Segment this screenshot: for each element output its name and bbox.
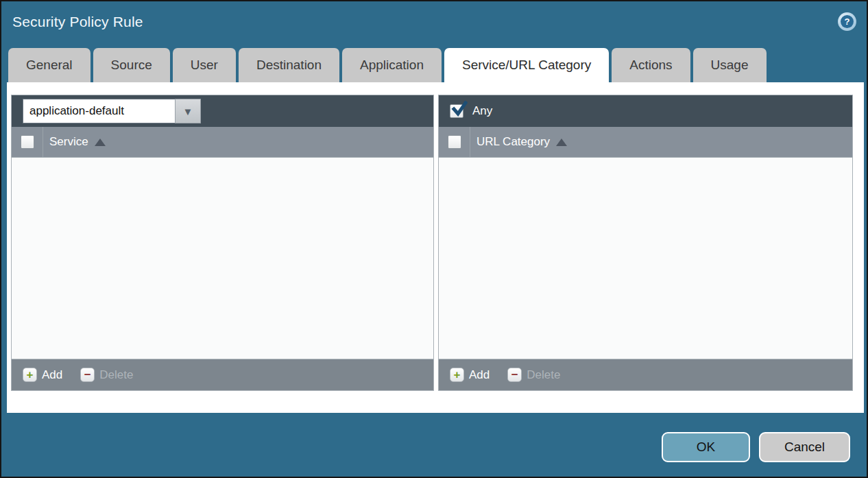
cancel-button[interactable]: Cancel [759,432,850,462]
minus-icon: − [80,368,95,382]
service-add-button[interactable]: + Add [23,368,62,382]
service-select-all-cell [12,127,43,157]
tab-bar: General Source User Destination Applicat… [8,48,767,82]
url-category-list-body[interactable] [439,158,852,359]
tab-content-area: ▼ Service + Add − Delete [7,82,864,413]
service-column-header[interactable]: Service [49,135,88,149]
tab-actions[interactable]: Actions [612,48,690,82]
any-checkbox[interactable] [450,104,463,118]
service-table-header: Service [12,127,433,158]
service-footer: + Add − Delete [12,359,433,390]
url-category-footer: + Add − Delete [439,359,852,390]
tab-usage[interactable]: Usage [693,48,767,82]
plus-icon: + [450,368,464,382]
service-type-input[interactable] [23,99,175,123]
service-list-body[interactable] [12,158,433,359]
sort-ascending-icon [95,139,106,146]
checkmark-icon [451,101,468,117]
url-category-select-all-checkbox[interactable] [448,135,461,149]
ok-button[interactable]: OK [662,432,750,462]
help-icon[interactable]: ? [838,12,856,31]
tab-source[interactable]: Source [93,48,170,82]
url-category-add-button[interactable]: + Add [450,368,490,382]
url-category-delete-button[interactable]: − Delete [507,368,560,382]
plus-icon: + [23,368,37,382]
tab-service-url-category[interactable]: Service/URL Category [444,48,609,82]
question-mark-icon: ? [841,15,854,28]
tab-application[interactable]: Application [342,48,442,82]
url-category-table-header: URL Category [439,127,852,158]
url-category-toolbar: Any [439,95,852,127]
service-type-combo: ▼ [23,99,201,123]
tab-user[interactable]: User [173,48,236,82]
service-panel: ▼ Service + Add − Delete [11,95,434,391]
tab-destination[interactable]: Destination [239,48,339,82]
url-category-column-header[interactable]: URL Category [477,135,550,149]
dialog-title: Security Policy Rule [12,14,143,30]
url-category-select-all-cell [439,127,470,157]
any-label: Any [472,104,492,118]
tab-general[interactable]: General [8,48,91,82]
service-delete-button[interactable]: − Delete [80,368,133,382]
security-policy-rule-dialog: Security Policy Rule ? General Source Us… [0,0,868,478]
url-category-panel: Any URL Category + Add − Delete [438,95,853,391]
sort-ascending-icon [556,139,567,146]
minus-icon: − [507,368,522,382]
service-select-all-checkbox[interactable] [21,135,34,149]
chevron-down-icon[interactable]: ▼ [175,99,201,123]
service-toolbar: ▼ [12,95,433,127]
